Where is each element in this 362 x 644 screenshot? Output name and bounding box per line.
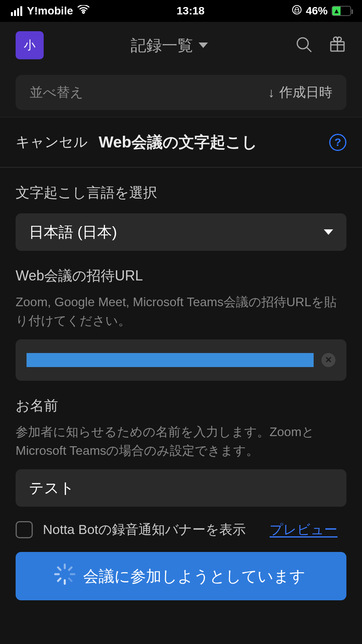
preview-link[interactable]: プレビュー bbox=[270, 521, 337, 539]
clear-url-button[interactable]: ✕ bbox=[321, 353, 335, 367]
caret-down-icon bbox=[199, 43, 208, 48]
search-icon bbox=[295, 35, 313, 53]
sort-arrow-down-icon: ↓ bbox=[268, 85, 275, 100]
avatar-initial: 小 bbox=[24, 37, 35, 53]
svg-point-1 bbox=[297, 38, 308, 49]
svg-line-2 bbox=[307, 48, 311, 52]
app-header: 小 記録一覧 bbox=[0, 22, 362, 75]
battery-percent-label: 46% bbox=[306, 5, 328, 17]
url-description: Zoom, Google Meet, Microsoft Teams会議の招待U… bbox=[16, 293, 346, 330]
name-description: 参加者に知らせるための名前を入力します。ZoomとMicrosoft Teams… bbox=[16, 422, 346, 460]
language-selected: 日本語 (日本) bbox=[29, 222, 117, 242]
recording-banner-checkbox[interactable] bbox=[16, 521, 33, 538]
name-section: お名前 参加者に知らせるための名前を入力します。ZoomとMicrosoft T… bbox=[0, 381, 362, 507]
app-background: 小 記録一覧 並べ替え ↓ 作成日時 bbox=[0, 22, 362, 126]
language-section: 文字起こし言語を選択 日本語 (日本) bbox=[0, 168, 362, 251]
records-title-dropdown[interactable]: 記録一覧 bbox=[131, 35, 208, 56]
sheet-header: キャンセル Web会議の文字起こし ? bbox=[0, 117, 362, 168]
meeting-url-input[interactable]: ✕ bbox=[16, 339, 346, 381]
language-dropdown[interactable]: 日本語 (日本) bbox=[16, 213, 346, 251]
status-bar: Y!mobile 13:18 46% ▲ bbox=[0, 0, 362, 22]
spinner-icon bbox=[57, 568, 73, 584]
sort-bar[interactable]: 並べ替え ↓ 作成日時 bbox=[16, 75, 346, 110]
status-right: 46% ▲ bbox=[292, 5, 351, 18]
url-section: Web会議の招待URL Zoom, Google Meet, Microsoft… bbox=[0, 251, 362, 381]
language-label: 文字起こし言語を選択 bbox=[16, 183, 346, 202]
wifi-icon bbox=[78, 5, 89, 17]
cancel-button[interactable]: キャンセル bbox=[16, 133, 88, 152]
sort-value: 作成日時 bbox=[279, 83, 332, 101]
sort-label: 並べ替え bbox=[30, 83, 83, 101]
help-button[interactable]: ? bbox=[329, 134, 346, 151]
search-button[interactable] bbox=[295, 35, 313, 55]
header-title-label: 記録一覧 bbox=[131, 35, 193, 56]
carrier-label: Y!mobile bbox=[27, 5, 73, 17]
help-icon: ? bbox=[334, 136, 341, 149]
close-icon: ✕ bbox=[325, 355, 332, 365]
sheet-title: Web会議の文字起こし bbox=[99, 131, 320, 153]
url-text-selection bbox=[27, 353, 314, 367]
display-name-value: テスト bbox=[29, 478, 75, 498]
clock: 13:18 bbox=[177, 5, 205, 17]
name-label: お名前 bbox=[16, 396, 346, 415]
web-meeting-sheet: キャンセル Web会議の文字起こし ? 文字起こし言語を選択 日本語 (日本) … bbox=[0, 117, 362, 644]
recording-banner-label: Notta Botの録音通知バナーを表示 bbox=[43, 521, 246, 539]
battery-icon: ▲ bbox=[332, 6, 351, 16]
url-label: Web会議の招待URL bbox=[16, 266, 346, 286]
avatar[interactable]: 小 bbox=[16, 31, 44, 59]
cellular-signal-icon bbox=[11, 6, 22, 16]
gift-button[interactable] bbox=[328, 35, 346, 55]
charging-bolt-icon: ▲ bbox=[333, 7, 340, 14]
join-meeting-label: 会議に参加しようとしています bbox=[83, 566, 305, 587]
recording-banner-row: Notta Botの録音通知バナーを表示 プレビュー bbox=[0, 507, 362, 539]
caret-down-icon bbox=[324, 229, 333, 235]
orientation-lock-icon bbox=[292, 5, 302, 18]
display-name-input[interactable]: テスト bbox=[16, 469, 346, 507]
status-left: Y!mobile bbox=[11, 5, 89, 17]
gift-icon bbox=[328, 35, 346, 53]
join-meeting-button[interactable]: 会議に参加しようとしています bbox=[16, 552, 346, 600]
